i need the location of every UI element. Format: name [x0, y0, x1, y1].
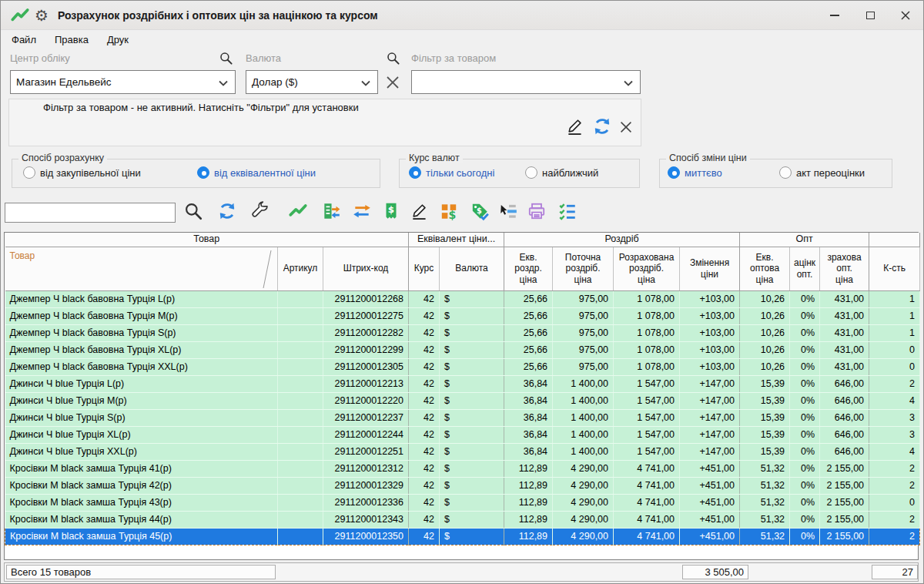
cell[interactable]: 0%	[790, 307, 820, 324]
table-row[interactable]: Кросівки M black замша Турція 43(р)29112…	[5, 494, 920, 511]
product-filter-combobox[interactable]	[411, 70, 641, 94]
cell[interactable]: Джинси Ч blue Турція XL(р)	[5, 426, 278, 443]
cell[interactable]: Кросівки M black замша Турція 41(р)	[5, 460, 278, 477]
cell[interactable]: 4	[869, 392, 920, 409]
cell[interactable]: 51,32	[740, 477, 790, 494]
apply-to-list-icon[interactable]	[497, 200, 519, 222]
radio-today-only[interactable]: тільки сьогодні	[409, 166, 494, 179]
cell[interactable]: 2911200012299	[323, 341, 409, 358]
search-input[interactable]	[5, 203, 176, 223]
cell[interactable]: 1 078,00	[614, 324, 680, 341]
cell[interactable]: 975,00	[553, 324, 614, 341]
cell[interactable]: +147,00	[680, 443, 740, 460]
cell[interactable]: Джемпер Ч black бавовна Турція XXL(р)	[5, 358, 278, 375]
cell[interactable]: 36,84	[504, 392, 553, 409]
cell[interactable]: 0	[869, 341, 920, 358]
cell[interactable]: 10,26	[740, 324, 790, 341]
cell[interactable]: $	[440, 477, 504, 494]
cell[interactable]: $	[440, 409, 504, 426]
cell[interactable]: 25,66	[504, 358, 553, 375]
cell[interactable]: 0%	[790, 341, 820, 358]
cell[interactable]: +451,00	[680, 511, 740, 528]
cell[interactable]: +451,00	[680, 460, 740, 477]
cell[interactable]: 2 155,00	[820, 460, 869, 477]
cell[interactable]: 1 547,00	[614, 409, 680, 426]
cell[interactable]: 51,32	[740, 528, 790, 545]
cell[interactable]: 4 290,00	[553, 494, 614, 511]
table-row[interactable]: Джинси Ч blue Турція XXL(р)2911200012251…	[5, 443, 920, 460]
cell[interactable]: 2	[869, 528, 920, 545]
cell[interactable]: 10,26	[740, 341, 790, 358]
cell[interactable]: 42	[409, 443, 440, 460]
cell[interactable]: Джинси Ч blue Турція XXL(р)	[5, 443, 278, 460]
refresh-icon[interactable]	[216, 200, 238, 222]
group-header[interactable]: Товар	[5, 233, 409, 247]
cell[interactable]: 3	[869, 426, 920, 443]
cell[interactable]: 2911200012251	[323, 443, 409, 460]
cell[interactable]: Джемпер Ч black бавовна Турція S(р)	[5, 324, 278, 341]
close-button[interactable]	[888, 1, 923, 30]
cell[interactable]	[278, 409, 323, 426]
cell[interactable]: 1 078,00	[614, 358, 680, 375]
table-row[interactable]: Кросівки M black замша Турція 44(р)29112…	[5, 511, 920, 528]
close-icon[interactable]	[618, 119, 634, 136]
cell[interactable]: 4 741,00	[614, 528, 680, 545]
cell[interactable]: 1 078,00	[614, 290, 680, 307]
cell[interactable]: Джемпер Ч black бавовна Турція L(р)	[5, 290, 278, 307]
cell[interactable]: $	[440, 341, 504, 358]
column-header[interactable]: Екв. роздр. ціна	[504, 247, 553, 290]
cell[interactable]: Джемпер Ч black бавовна Турція XL(р)	[5, 341, 278, 358]
cell[interactable]: 431,00	[820, 341, 869, 358]
group-header[interactable]: Опт	[740, 233, 869, 247]
cell[interactable]	[278, 392, 323, 409]
cell[interactable]: 10,26	[740, 358, 790, 375]
cell[interactable]: 0%	[790, 511, 820, 528]
cell[interactable]: 42	[409, 460, 440, 477]
table-row[interactable]: Кросівки M black замша Турція 41(р)29112…	[5, 460, 920, 477]
cell[interactable]: 1 400,00	[553, 375, 614, 392]
cell[interactable]: 646,00	[820, 392, 869, 409]
cell[interactable]: 975,00	[553, 341, 614, 358]
cell[interactable]: 25,66	[504, 290, 553, 307]
cell[interactable]: +451,00	[680, 477, 740, 494]
column-header[interactable]: К-сть	[869, 247, 920, 290]
cell[interactable]: 2	[869, 511, 920, 528]
cell[interactable]: 2	[869, 460, 920, 477]
cell[interactable]: 4 741,00	[614, 460, 680, 477]
cell[interactable]: 36,84	[504, 426, 553, 443]
cell[interactable]: +103,00	[680, 341, 740, 358]
export-list-icon[interactable]	[320, 200, 342, 222]
edit-pencil-icon[interactable]	[565, 116, 585, 136]
cell[interactable]: 1 547,00	[614, 426, 680, 443]
cell[interactable]: 0%	[790, 426, 820, 443]
cell[interactable]: 15,39	[740, 409, 790, 426]
cell[interactable]: 0	[869, 494, 920, 511]
cell[interactable]: 42	[409, 290, 440, 307]
cell[interactable]: +451,00	[680, 494, 740, 511]
cell[interactable]: 2911200012305	[323, 358, 409, 375]
cell[interactable]: 42	[409, 307, 440, 324]
cell[interactable]: 1 078,00	[614, 307, 680, 324]
column-header[interactable]: Змінення ціни	[680, 247, 740, 290]
cell[interactable]: 646,00	[820, 375, 869, 392]
cell[interactable]: $	[440, 511, 504, 528]
cell[interactable]: 975,00	[553, 358, 614, 375]
table-row[interactable]: Джинси Ч blue Турція M(р)291120001222042…	[5, 392, 920, 409]
cell[interactable]: +451,00	[680, 528, 740, 545]
radio-equivalent-price[interactable]: від еквівалентної ціни	[197, 166, 316, 179]
cell[interactable]: 2 155,00	[820, 477, 869, 494]
cell[interactable]: 4 290,00	[553, 477, 614, 494]
cell[interactable]: $	[440, 307, 504, 324]
menu-print[interactable]: Друк	[105, 32, 130, 47]
trend-icon[interactable]	[287, 200, 309, 222]
cell[interactable]: $	[440, 426, 504, 443]
print-icon[interactable]	[526, 200, 547, 222]
cell[interactable]: 1 400,00	[553, 392, 614, 409]
cell[interactable]: Джинси Ч blue Турція S(р)	[5, 409, 278, 426]
minimize-button[interactable]	[817, 1, 852, 30]
center-combobox[interactable]: Магазин Едельвейс	[10, 70, 236, 94]
cell[interactable]: $	[440, 392, 504, 409]
edit-pencil-icon[interactable]	[409, 200, 430, 222]
search-icon[interactable]	[386, 51, 400, 65]
cell[interactable]: 36,84	[504, 375, 553, 392]
